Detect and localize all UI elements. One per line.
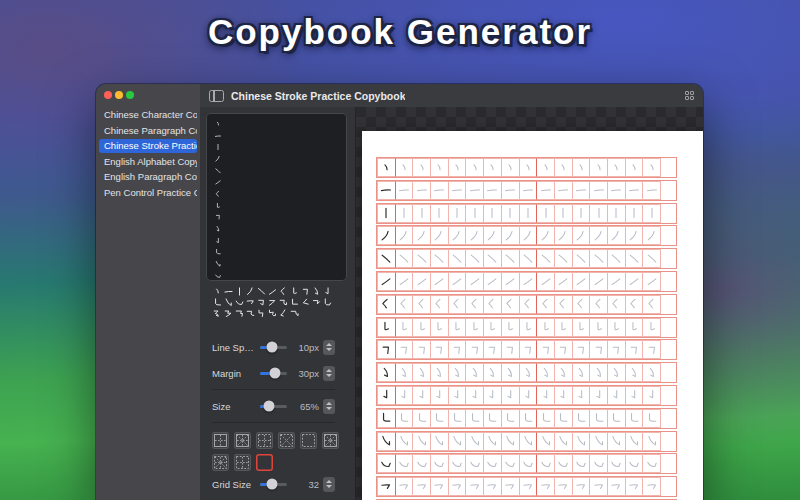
stroke-glyph-heng-zhe — [432, 343, 446, 357]
stroke-glyph-xie-gou — [503, 434, 517, 448]
trace-stroke-cell — [465, 409, 484, 428]
stroke-glyph-dian — [503, 161, 517, 175]
stroke-glyph-na — [556, 252, 570, 266]
trace-stroke-cell — [607, 386, 626, 405]
trace-stroke-cell — [430, 477, 449, 496]
stroke-glyph-dian — [645, 161, 659, 175]
practice-row-wan-gou — [377, 363, 676, 382]
stroke-glyph-wan-gou — [627, 366, 641, 380]
divider — [212, 389, 335, 390]
grid-size-stepper[interactable] — [323, 477, 335, 492]
grid-style-plain-button[interactable] — [256, 454, 273, 471]
sidebar-item[interactable]: Pen Control Practice C... — [99, 186, 197, 200]
trace-stroke-cell — [519, 386, 538, 405]
practice-row-shu-ti — [377, 318, 676, 337]
sidebar-item[interactable]: Chinese Stroke Practic... — [99, 139, 197, 153]
grid-style-icon — [278, 432, 295, 449]
trace-stroke-cell — [448, 272, 467, 291]
stroke-glyph-pie-dian — [379, 297, 393, 311]
margin-slider-thumb[interactable] — [269, 368, 280, 379]
trace-stroke-cell — [483, 204, 502, 223]
grid-size-value: 32 — [293, 479, 319, 490]
trace-stroke-cell — [589, 181, 608, 200]
stroke-glyph-shu-wan — [539, 411, 553, 425]
stroke-glyph-shu — [539, 206, 553, 220]
margin-slider[interactable] — [260, 372, 287, 375]
zoom-button[interactable] — [126, 91, 134, 99]
size-stepper[interactable] — [323, 399, 335, 414]
sidebar-toggle-icon[interactable] — [209, 90, 224, 102]
sidebar-item[interactable]: English Alphabet Copyb... — [99, 155, 197, 169]
stroke-glyph-shu-ti — [468, 320, 482, 334]
sidebar-item[interactable]: Chinese Character Cop... — [99, 108, 197, 122]
trace-stroke-cell — [642, 272, 661, 291]
stroke-glyph-shu-wan — [556, 411, 570, 425]
grid-style-empty-dashed-button[interactable] — [300, 432, 317, 449]
stroke-glyph-wan-gou — [645, 366, 659, 380]
stroke-glyph-shu — [592, 206, 606, 220]
stroke-glyph-shu-ti — [379, 320, 393, 334]
grid-style-tian-solid-button[interactable] — [212, 432, 229, 449]
margin-value: 30px — [293, 368, 319, 379]
close-button[interactable] — [104, 91, 112, 99]
stroke-glyph-shu — [379, 206, 393, 220]
grid-style-mi-grid-dashed-button[interactable] — [212, 454, 229, 471]
trace-stroke-cell — [395, 249, 414, 268]
trace-stroke-cell — [554, 249, 573, 268]
stroke-glyph-shu — [450, 206, 464, 220]
divider — [212, 422, 335, 423]
stroke-glyph-dian — [379, 161, 393, 175]
trace-stroke-cell — [642, 295, 661, 314]
size-slider-thumb[interactable] — [264, 401, 275, 412]
grid-style-cross-dashed-button[interactable] — [256, 432, 273, 449]
trace-stroke-cell — [554, 340, 573, 359]
trace-stroke-cell — [465, 272, 484, 291]
stroke-glyph-heng — [627, 183, 641, 197]
trace-stroke-cell — [501, 272, 520, 291]
stroke-glyph-xie-gou — [485, 434, 499, 448]
stroke-input-line — [214, 212, 347, 224]
stroke-glyph-heng-gou — [485, 480, 499, 494]
grid-size-slider[interactable] — [260, 483, 287, 486]
trace-stroke-cell — [519, 226, 538, 245]
model-stroke-cell — [377, 226, 396, 245]
trace-stroke-cell — [448, 181, 467, 200]
trace-stroke-cell — [412, 318, 431, 337]
stroke-text-input[interactable] — [206, 113, 347, 281]
trace-stroke-cell — [501, 409, 520, 428]
sidebar-item[interactable]: English Paragraph Copy... — [99, 170, 197, 184]
stroke-glyph-wo-gou — [556, 457, 570, 471]
margin-stepper[interactable] — [323, 366, 335, 381]
trace-stroke-cell — [536, 318, 555, 337]
trace-stroke-cell — [430, 409, 449, 428]
grid-style-mi-solid-button[interactable] — [234, 432, 251, 449]
stroke-glyph-wo-gou — [485, 457, 499, 471]
grid-size-slider-thumb[interactable] — [267, 479, 278, 490]
trace-stroke-cell — [430, 363, 449, 382]
trace-stroke-cell — [572, 318, 591, 337]
size-slider[interactable] — [260, 405, 287, 408]
margin-label: Margin — [212, 368, 258, 379]
line-spacing-stepper[interactable] — [323, 340, 335, 355]
minimize-button[interactable] — [115, 91, 123, 99]
practice-row-ti — [377, 272, 676, 291]
grid-style-x-dashed-button[interactable] — [278, 432, 295, 449]
sidebar-item[interactable]: Chinese Paragraph Cop... — [99, 124, 197, 138]
app-window: Chinese Character Cop...Chinese Paragrap… — [96, 84, 703, 500]
grid-style-tian-dashed-button[interactable] — [234, 454, 251, 471]
stroke-glyph-na — [645, 252, 659, 266]
preview-stroke-glyph — [300, 286, 311, 297]
model-stroke-cell — [377, 432, 396, 451]
stroke-glyph-heng-zhe — [539, 343, 553, 357]
trace-stroke-cell — [465, 340, 484, 359]
trace-stroke-cell — [572, 386, 591, 405]
stroke-glyph-xie-gou — [574, 434, 588, 448]
grid-style-mi-grid-solid-button[interactable] — [322, 432, 339, 449]
grid-view-icon[interactable] — [685, 91, 695, 101]
stroke-glyph-na — [521, 252, 535, 266]
stroke-glyph-xie-gou — [592, 434, 606, 448]
model-stroke-cell — [377, 363, 396, 382]
line-spacing-slider[interactable] — [260, 346, 287, 349]
line-spacing-slider-thumb[interactable] — [267, 342, 278, 353]
stroke-glyph-na — [379, 252, 393, 266]
